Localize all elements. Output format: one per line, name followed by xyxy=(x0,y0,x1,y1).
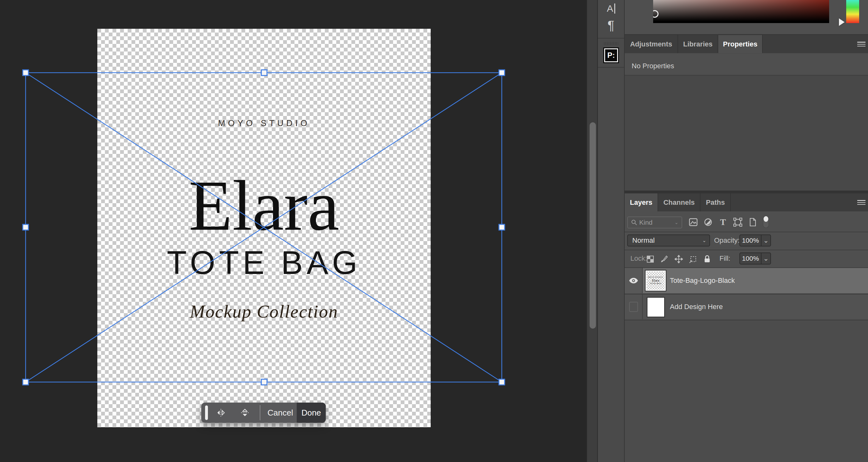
layers-tabbar: Layers Channels Paths xyxy=(625,193,868,211)
lock-label: Lock: xyxy=(630,254,647,263)
opacity-input[interactable]: 100% ⌄ xyxy=(739,235,771,246)
thumb-title: Elara xyxy=(652,278,659,282)
layer-thumbnail[interactable]: MOYO STUDIO Elara TOTE BAG xyxy=(646,271,666,291)
chevron-down-icon[interactable]: ⌄ xyxy=(761,253,770,264)
fill-label: Fill: xyxy=(719,254,730,263)
filter-shape-layers-icon[interactable] xyxy=(733,216,743,228)
opacity-label: Opacity: xyxy=(714,236,740,245)
strip-divider-2 xyxy=(598,67,624,68)
chevron-down-icon[interactable]: ⌄ xyxy=(761,235,770,246)
lock-position-icon[interactable] xyxy=(673,253,684,265)
hue-slider-marker[interactable] xyxy=(839,18,845,26)
tab-adjustments[interactable]: Adjustments xyxy=(625,35,678,53)
layer-filtering-toggle[interactable] xyxy=(763,215,769,230)
transform-toolbar: Cancel Done xyxy=(201,403,326,423)
chevron-down-icon: ⌄ xyxy=(702,238,706,243)
transform-handle-mid-left[interactable] xyxy=(23,224,28,230)
hue-slider-strip[interactable] xyxy=(846,0,859,23)
layer-filter-kind-dropdown[interactable]: Kind ⌄ xyxy=(627,216,682,228)
tab-properties[interactable]: Properties xyxy=(718,35,763,53)
flip-vertical-icon[interactable] xyxy=(240,408,250,418)
layer-name[interactable]: Tote-Bag-Logo-Black xyxy=(670,268,735,293)
layer-thumbnail[interactable] xyxy=(647,297,665,317)
done-button[interactable]: Done xyxy=(297,403,326,423)
tab-libraries[interactable]: Libraries xyxy=(678,35,718,53)
chevron-down-icon: ⌄ xyxy=(674,220,678,225)
properties-panel-body: No Properties xyxy=(625,54,868,190)
panel-icon-strip: A ¶ P: xyxy=(598,0,625,462)
fill-input[interactable]: 100% ⌄ xyxy=(739,252,771,265)
transform-bounding-box[interactable] xyxy=(0,0,586,462)
panel-gap xyxy=(625,190,868,193)
plugin-glyph: P: xyxy=(604,48,618,62)
panel-column: Adjustments Libraries Properties No Prop… xyxy=(625,0,868,462)
thumb-subtitle: TOTE BAG xyxy=(650,282,662,285)
transform-handle-bottom-right[interactable] xyxy=(499,379,505,385)
filter-pixel-layers-icon[interactable] xyxy=(688,216,699,228)
plugin-panel-icon[interactable]: P: xyxy=(603,48,619,63)
properties-tabbar: Adjustments Libraries Properties xyxy=(625,35,868,53)
toolbar-divider xyxy=(260,405,260,420)
color-saturation-field[interactable] xyxy=(653,0,829,23)
tab-channels[interactable]: Channels xyxy=(658,193,701,211)
text-cursor-bar xyxy=(614,3,615,13)
canvas-scrollbar[interactable] xyxy=(586,0,598,462)
transform-handle-bottom-left[interactable] xyxy=(23,379,28,385)
lock-pixels-brush-icon[interactable] xyxy=(659,253,670,265)
photoshop-window: MOYO STUDIO Elara TOTE BAG Mockup Collec… xyxy=(0,0,868,462)
transform-handle-mid-right[interactable] xyxy=(499,224,505,230)
no-properties-message: No Properties xyxy=(632,62,674,70)
layers-panel-menu-icon[interactable] xyxy=(857,200,865,205)
lock-artboard-icon[interactable] xyxy=(688,253,699,265)
toolbar-drag-handle[interactable] xyxy=(205,405,208,420)
lock-row: Lock: Fill: 100% ⌄ xyxy=(625,250,868,267)
properties-empty-area xyxy=(625,75,868,190)
scrollbar-thumb[interactable] xyxy=(590,122,596,329)
blend-mode-row: Normal ⌄ Opacity: 100% ⌄ xyxy=(625,232,868,250)
kind-label: Kind xyxy=(639,219,652,226)
paragraph-glyph: ¶ xyxy=(608,18,614,32)
blend-mode-value: Normal xyxy=(632,236,655,245)
flip-horizontal-icon[interactable] xyxy=(216,408,226,418)
row-separator xyxy=(625,320,868,320)
properties-panel-menu-icon[interactable] xyxy=(857,42,865,47)
paragraph-panel-icon[interactable]: ¶ xyxy=(598,18,624,33)
tab-paths[interactable]: Paths xyxy=(701,193,731,211)
tab-layers[interactable]: Layers xyxy=(625,193,658,211)
color-field-cursor[interactable] xyxy=(653,10,658,18)
transform-handle-top-center[interactable] xyxy=(261,70,267,75)
filter-adjustment-layers-icon[interactable] xyxy=(703,216,713,228)
visibility-checkbox-empty[interactable] xyxy=(629,302,638,312)
cancel-button[interactable]: Cancel xyxy=(264,403,297,423)
filter-type-layers-icon[interactable]: T xyxy=(718,216,728,228)
layers-filter-row: Kind ⌄ T xyxy=(625,211,868,232)
search-icon xyxy=(631,219,637,226)
filter-smart-objects-icon[interactable] xyxy=(747,216,758,228)
transform-handle-top-left[interactable] xyxy=(23,70,28,75)
strip-divider xyxy=(598,38,624,38)
transform-handle-bottom-center[interactable] xyxy=(261,379,267,385)
panel-grip-dots[interactable] xyxy=(604,42,618,45)
color-picker-panel xyxy=(625,0,868,34)
transform-handle-top-right[interactable] xyxy=(499,70,505,75)
canvas-area[interactable]: MOYO STUDIO Elara TOTE BAG Mockup Collec… xyxy=(0,0,586,462)
blend-mode-select[interactable]: Normal ⌄ xyxy=(627,235,710,246)
lock-all-icon[interactable] xyxy=(702,253,713,265)
opacity-value[interactable]: 100% xyxy=(740,235,761,246)
character-glyph: A xyxy=(607,3,613,13)
layer-row-add-design-here[interactable]: Add Design Here xyxy=(625,294,868,319)
visibility-cell[interactable] xyxy=(625,295,643,319)
fill-value[interactable]: 100% xyxy=(740,253,761,264)
visibility-cell[interactable] xyxy=(625,268,643,293)
eye-icon[interactable] xyxy=(629,277,638,284)
lock-transparency-icon[interactable] xyxy=(645,253,656,265)
layer-name[interactable]: Add Design Here xyxy=(670,295,723,319)
layer-row-tote-bag-logo[interactable]: MOYO STUDIO Elara TOTE BAG Tote-Bag-Logo… xyxy=(625,268,868,293)
character-panel-icon[interactable]: A xyxy=(598,3,624,14)
